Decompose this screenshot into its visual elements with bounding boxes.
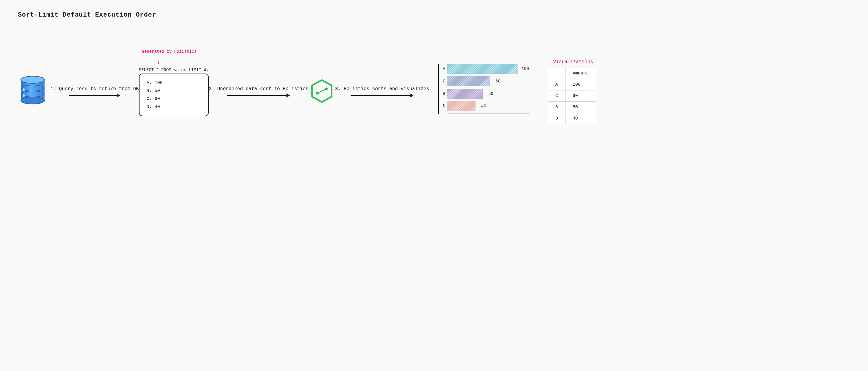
sql-arrow-icon: ↓: [157, 59, 160, 66]
arrow-1-head: [117, 93, 120, 98]
arrow-3-head: [410, 93, 413, 98]
data-row-3: C, 60: [147, 95, 201, 103]
table-header-row: Amount: [548, 68, 596, 79]
table-header-row-label: [548, 68, 565, 79]
bar-row-b: B 50: [438, 89, 530, 99]
page-title: Sort-Limit Default Execution Order: [18, 11, 156, 19]
table-cell-a-value: 100: [565, 79, 596, 91]
step2-label: 2. Unordered data sent to Holistics: [209, 86, 308, 92]
svg-point-3: [21, 97, 44, 104]
table-row-b: B 50: [548, 102, 596, 113]
arrow-2-line: [227, 93, 290, 98]
diagram: 1. Query results return from DB Generate…: [18, 59, 850, 124]
bar-chart-inner: A 100 C 60 B 50 D: [429, 64, 530, 120]
table-row-c: C 60: [548, 91, 596, 102]
data-box-container: Generated by Holistics ↓ SELECT * FROM s…: [139, 68, 209, 116]
arrow-3-body: [350, 95, 410, 96]
arrow-2-head: [286, 93, 290, 98]
bar-label-b: B: [438, 91, 445, 96]
bar-row-a: A 100: [438, 64, 530, 74]
bar-a: 100: [447, 64, 518, 74]
arrow-2-body: [227, 95, 286, 96]
step3-label: 3. Holistics sorts and visualizes: [335, 86, 429, 92]
holistics-logo: [308, 78, 335, 106]
bar-value-b: 50: [488, 91, 493, 96]
data-table: Amount A 100 C 60 B 50 D 40: [548, 68, 596, 124]
chart-axis-y: [438, 64, 439, 114]
table-row-d: D 40: [548, 113, 596, 124]
bar-label-d: D: [438, 104, 445, 108]
table-cell-c-label: C: [548, 91, 565, 102]
bar-value-c: 60: [495, 79, 500, 83]
arrow-3: 3. Holistics sorts and visualizes: [335, 86, 429, 98]
svg-point-6: [21, 76, 44, 83]
table-cell-d-value: 40: [565, 113, 596, 124]
svg-line-12: [317, 89, 326, 93]
bar-chart: A 100 C 60 B 50 D: [429, 64, 530, 120]
sql-label: Generated by Holistics: [142, 49, 197, 54]
bar-row-d: D 40: [438, 101, 530, 111]
bar-label-c: C: [438, 79, 445, 83]
bar-value-a: 100: [522, 66, 529, 71]
bar-d: 40: [447, 101, 475, 111]
table-cell-b-value: 50: [565, 102, 596, 113]
arrow-2: 2. Unordered data sent to Holistics: [209, 86, 308, 98]
table-cell-b-label: B: [548, 102, 565, 113]
table-cell-d-label: D: [548, 113, 565, 124]
table-container: Visualizations Amount A 100 C 60 B: [548, 59, 596, 124]
arrow-1-line: [69, 93, 120, 98]
arrow-1: 1. Query results return from DB: [51, 86, 139, 98]
data-box: A, 100 B, 50 C, 60 D, 40: [139, 73, 209, 116]
bar-value-d: 40: [481, 104, 486, 108]
bar-c: 60: [447, 76, 490, 86]
step1-label: 1. Query results return from DB: [51, 86, 139, 92]
table-row-a: A 100: [548, 79, 596, 91]
arrow-3-line: [350, 93, 413, 98]
svg-point-8: [23, 94, 25, 97]
bar-label-a: A: [438, 66, 445, 71]
table-header-amount: Amount: [565, 68, 596, 79]
bar-b: 50: [447, 89, 483, 99]
chart-axis-x: [447, 113, 530, 114]
table-cell-a-label: A: [548, 79, 565, 91]
data-row-2: B, 50: [147, 87, 201, 95]
visualizations-label: Visualizations: [548, 59, 596, 65]
svg-point-7: [23, 89, 25, 91]
arrow-1-body: [69, 95, 117, 96]
table-cell-c-value: 60: [565, 91, 596, 102]
database-icon: [18, 73, 51, 110]
data-row-4: D, 40: [147, 103, 201, 111]
data-row-1: A, 100: [147, 79, 201, 87]
bar-row-c: C 60: [438, 76, 530, 86]
sql-query: SELECT * FROM sales LIMIT 4;: [139, 68, 209, 72]
